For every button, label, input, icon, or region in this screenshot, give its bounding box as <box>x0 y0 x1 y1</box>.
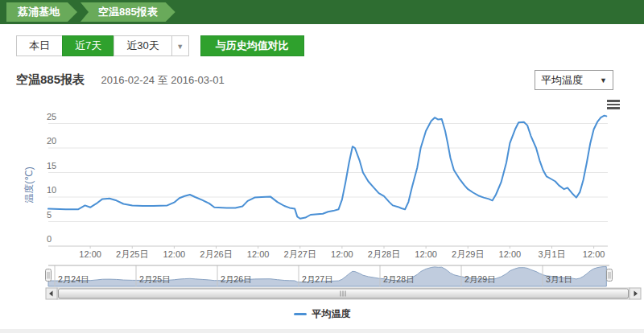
range-dropdown-caret-icon[interactable]: ▼ <box>171 35 189 56</box>
x-axis-label: 12:00 <box>79 249 101 259</box>
x-axis-label: 12:00 <box>583 249 605 259</box>
navigator-label: 2月28日 <box>383 274 415 284</box>
window-bottom-edge <box>0 329 644 333</box>
legend-line-swatch <box>294 313 307 315</box>
breadcrumb-item-report[interactable]: 空温885报表 <box>80 2 175 22</box>
x-axis-label: 12:00 <box>331 249 353 259</box>
y-axis-label: 15 <box>47 161 56 171</box>
x-axis-label: 3月1日 <box>538 249 565 259</box>
y-axis-title: 温度(℃) <box>23 166 35 203</box>
x-axis-label: 2月26日 <box>200 249 232 259</box>
hamburger-icon <box>607 104 620 106</box>
date-range-label: 2016-02-24 至 2016-03-01 <box>101 74 224 86</box>
chart-context-menu-button[interactable] <box>607 100 621 111</box>
x-axis-label: 12:00 <box>247 249 270 259</box>
x-axis-label: 2月29日 <box>452 249 484 259</box>
main-series-line <box>48 116 606 219</box>
legend-label: 平均温度 <box>312 307 351 321</box>
compare-history-button[interactable]: 与历史均值对比 <box>200 35 304 56</box>
metric-select[interactable]: 平均温度 ▼ <box>535 70 613 90</box>
hamburger-icon <box>607 100 620 102</box>
y-axis-label: 10 <box>47 185 56 195</box>
y-axis-label: 0 <box>47 234 52 244</box>
navigator-label: 3月1日 <box>546 274 572 284</box>
report-header: 空温885报表 2016-02-24 至 2016-03-01 平均温度 ▼ <box>16 72 628 93</box>
range-button-today[interactable]: 本日 <box>16 35 63 56</box>
range-button-7days[interactable]: 近7天 <box>62 35 114 56</box>
x-axis-label: 12:00 <box>163 249 186 259</box>
chart-legend-item[interactable]: 平均温度 <box>0 307 644 321</box>
navigator-label: 2月27日 <box>302 274 333 284</box>
x-axis-label: 2月25日 <box>116 249 148 259</box>
y-axis-label: 20 <box>47 136 56 146</box>
range-toolbar: 本日 近7天 近30天 ▼ 与历史均值对比 <box>16 35 644 56</box>
x-axis-label: 2月28日 <box>368 249 400 259</box>
page-title: 空温885报表 <box>16 72 85 88</box>
range-button-30days[interactable]: 近30天 <box>114 35 171 56</box>
navigator-label: 2月26日 <box>221 274 252 284</box>
x-axis-label: 12:00 <box>415 249 437 259</box>
chart-canvas[interactable]: 0510152025温度(℃)12:002月25日12:002月26日12:00… <box>0 95 644 329</box>
navigator-label: 2月25日 <box>139 274 171 284</box>
breadcrumb-item-base[interactable]: 荔浦基地 <box>6 2 77 22</box>
navigator-label: 2月24日 <box>58 274 89 284</box>
navigator-label: 2月29日 <box>464 274 496 284</box>
y-axis-label: 5 <box>47 210 52 220</box>
x-axis-label: 12:00 <box>499 249 522 259</box>
y-axis-label: 25 <box>47 112 56 121</box>
navigator-handle-right[interactable] <box>607 269 613 282</box>
chevron-down-icon: ▼ <box>600 76 607 84</box>
metric-select-value: 平均温度 <box>541 73 583 88</box>
temperature-chart: 0510152025温度(℃)12:002月25日12:002月26日12:00… <box>0 95 644 329</box>
breadcrumb: 荔浦基地 空温885报表 <box>0 0 644 24</box>
x-axis-label: 2月27日 <box>284 249 316 259</box>
hamburger-icon <box>607 107 620 109</box>
navigator-handle-left[interactable] <box>46 269 52 282</box>
